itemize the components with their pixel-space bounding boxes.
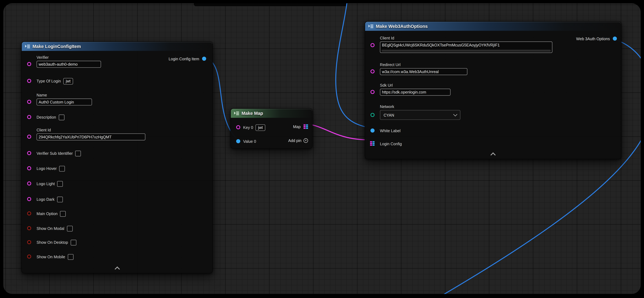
make-struct-icon <box>25 44 30 49</box>
pin-network[interactable] <box>370 113 374 117</box>
client-id-text: BEglQSgt4cUWcj6SKRdu5QkOXTsePmMcusG5EAoy… <box>382 43 500 47</box>
pin-logo-hover[interactable] <box>27 166 31 170</box>
pin-map-output[interactable] <box>304 124 308 129</box>
pin-label: Logo Dark <box>37 196 55 202</box>
pin-label: Redirect Url <box>380 62 468 67</box>
node-header-make-map[interactable]: Make Map <box>231 109 312 118</box>
chevron-up-icon <box>114 266 120 272</box>
client-id-input[interactable]: 294QRkchfq2YaXUbPri7D6PH7xzHgQMT <box>37 134 146 140</box>
pin-verifier-sub-identifier[interactable] <box>27 151 31 155</box>
add-pin-button[interactable]: Add pin + <box>288 138 308 143</box>
blueprint-editor: Make LoginConfigItem Login Config Item V… <box>0 0 644 298</box>
network-dropdown[interactable]: CYAN <box>380 110 460 120</box>
pin-type-of-login[interactable] <box>27 79 31 83</box>
node-make-loginconfigitem[interactable]: Make LoginConfigItem Login Config Item V… <box>21 42 213 273</box>
node-make-map[interactable]: Make Map Key 0 jwt Value 0 Map Add pin + <box>230 108 312 148</box>
output-pin-label: Map <box>293 124 301 129</box>
pin-value-0[interactable] <box>236 139 240 143</box>
description-input[interactable] <box>58 114 64 120</box>
network-selected-value: CYAN <box>384 113 394 117</box>
row-logo-hover: Logo Hover <box>37 165 65 172</box>
pin-label: Logo Hover <box>37 166 57 171</box>
logo-hover-input[interactable] <box>59 166 65 172</box>
pin-redirect-url[interactable] <box>370 69 374 74</box>
pin-label: Main Option <box>37 211 58 216</box>
show-on-modal-checkbox[interactable] <box>67 226 72 231</box>
client-id-input[interactable]: BEglQSgt4cUWcj6SKRdu5QkOXTsePmMcusG5EAoy… <box>380 42 552 53</box>
sdk-url-input[interactable]: https://sdk.openlogin.com <box>380 89 450 96</box>
output-row-map: Map <box>293 124 308 129</box>
row-logo-dark: Logo Dark <box>37 196 63 203</box>
node-make-web3authoptions[interactable]: Make Web3AuthOptions Web 3Auth Options C… <box>365 21 622 159</box>
row-show-on-modal: Show On Modal <box>37 225 73 232</box>
pin-logo-dark[interactable] <box>27 197 31 201</box>
pin-client-id[interactable] <box>370 43 374 47</box>
row-login-config: Login Config <box>380 140 402 148</box>
pin-sdk-url[interactable] <box>370 90 374 94</box>
pin-label: Show On Mobile <box>37 254 65 259</box>
show-on-mobile-checkbox[interactable] <box>68 254 74 260</box>
wire-offscreen-to-white-label[interactable] <box>336 3 366 127</box>
node-title: Make LoginConfigItem <box>32 44 81 49</box>
row-main-option: Main Option <box>37 210 66 217</box>
pin-verifier[interactable] <box>27 62 31 66</box>
row-value-0: Value 0 <box>243 138 256 145</box>
node-collapse-button[interactable] <box>22 267 212 271</box>
name-input[interactable]: Auth0 Custom Login <box>37 98 92 106</box>
pin-label: Value 0 <box>243 139 256 144</box>
pin-name[interactable] <box>27 100 31 104</box>
logo-light-input[interactable] <box>57 181 63 186</box>
make-struct-icon <box>368 24 374 28</box>
pin-client-id[interactable] <box>27 135 31 139</box>
pin-label: Sdk Url <box>380 82 450 88</box>
pin-label: Login Config <box>380 141 402 146</box>
chevron-down-icon <box>453 112 457 116</box>
row-logo-light: Logo Light <box>37 180 63 187</box>
redirect-url-input[interactable]: w3a://com.w3a.Web3AuthUnreal <box>380 68 468 75</box>
pin-white-label[interactable] <box>370 128 374 132</box>
pin-label: Name <box>37 92 92 98</box>
verifier-input[interactable]: web3auth-auth0-demo <box>37 61 101 68</box>
node-header-make-loginconfigitem[interactable]: Make LoginConfigItem <box>22 42 212 51</box>
pin-label: Client Id <box>37 127 146 132</box>
pin-show-on-desktop[interactable] <box>27 240 31 244</box>
pin-label: Verifier Sub Identifier <box>37 151 73 156</box>
row-verifier-sub-identifier: Verifier Sub Identifier <box>37 150 81 157</box>
row-show-on-desktop: Show On Desktop <box>37 239 76 246</box>
pin-label: Logo Light <box>37 181 55 186</box>
node-header-make-web3authoptions[interactable]: Make Web3AuthOptions <box>365 22 621 31</box>
make-map-icon <box>234 111 239 116</box>
pin-logo-light[interactable] <box>27 182 31 186</box>
pin-label: Type Of Login <box>37 78 61 84</box>
node-collapse-button[interactable] <box>365 153 621 157</box>
pin-web3auth-options-output[interactable] <box>613 36 617 40</box>
type-of-login-input[interactable]: jwt <box>63 78 73 84</box>
pin-login-config-item-output[interactable] <box>202 56 206 61</box>
logo-dark-input[interactable] <box>57 196 63 202</box>
main-option-checkbox[interactable] <box>60 211 66 216</box>
verifier-sub-identifier-input[interactable] <box>75 150 81 156</box>
pin-label: White Label <box>380 128 400 134</box>
pin-key-0[interactable] <box>236 125 240 129</box>
pin-show-on-mobile[interactable] <box>27 254 31 258</box>
horizontal-scrollbar[interactable] <box>382 50 551 52</box>
pin-show-on-modal[interactable] <box>27 226 31 230</box>
row-key-0: Key 0 jwt <box>243 124 265 131</box>
add-pin-label: Add pin <box>288 138 302 143</box>
show-on-desktop-checkbox[interactable] <box>70 240 76 245</box>
key-0-input[interactable]: jwt <box>256 124 265 131</box>
node-title: Make Web3AuthOptions <box>376 24 428 29</box>
pin-label: Show On Modal <box>37 226 64 231</box>
blueprint-graph-canvas[interactable]: Make LoginConfigItem Login Config Item V… <box>3 3 641 294</box>
row-white-label: White Label <box>380 127 400 134</box>
field-name: Name Auth0 Custom Login <box>37 92 92 106</box>
pin-description[interactable] <box>27 115 31 119</box>
pin-label: Description <box>37 114 56 120</box>
pin-main-option[interactable] <box>27 211 31 216</box>
node-title: Make Map <box>242 111 263 116</box>
offscreen-node-edge <box>194 3 348 6</box>
pin-login-config[interactable] <box>370 141 374 146</box>
output-row-web3auth-options: Web 3Auth Options <box>576 36 617 42</box>
pin-label: Verifier <box>37 54 101 60</box>
output-pin-label: Login Config Item <box>169 56 199 61</box>
